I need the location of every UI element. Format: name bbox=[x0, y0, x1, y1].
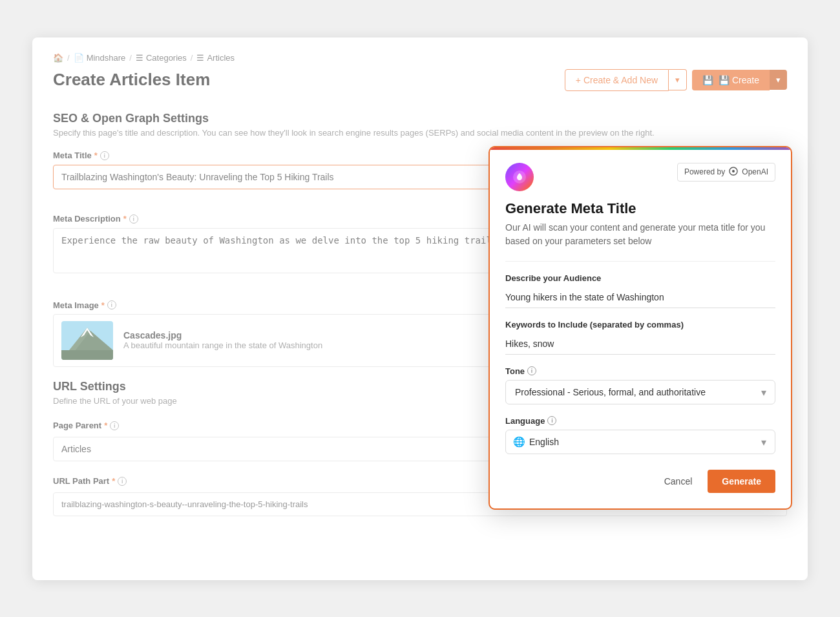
language-label: Language i bbox=[505, 416, 775, 426]
ai-modal-body: Powered by OpenAI Generate Meta Title Ou… bbox=[490, 150, 791, 508]
tone-info-icon: i bbox=[527, 366, 536, 375]
openai-logo-icon bbox=[728, 166, 739, 178]
tone-label: Tone i bbox=[505, 366, 775, 376]
generate-button[interactable]: Generate bbox=[708, 470, 775, 493]
keywords-input[interactable] bbox=[505, 333, 775, 355]
language-select-wrapper: 🌐 English Spanish French German ▾ bbox=[505, 430, 775, 454]
keywords-label: Keywords to Include (separated by commas… bbox=[505, 320, 775, 329]
openai-badge: Powered by OpenAI bbox=[677, 163, 775, 182]
language-select[interactable]: English Spanish French German bbox=[505, 430, 775, 454]
cancel-button[interactable]: Cancel bbox=[656, 471, 700, 492]
ai-modal-divider bbox=[505, 261, 775, 262]
tone-select-wrapper: Professional - Serious, formal, and auth… bbox=[505, 380, 775, 404]
ai-modal: Powered by OpenAI Generate Meta Title Ou… bbox=[488, 146, 792, 510]
tone-select[interactable]: Professional - Serious, formal, and auth… bbox=[505, 380, 775, 404]
audience-input[interactable] bbox=[505, 287, 775, 308]
ai-modal-header: Powered by OpenAI bbox=[505, 163, 775, 191]
main-container: 🏠 / 📄 Mindshare / ☰ Categories / ☰ Artic… bbox=[32, 37, 808, 580]
ai-logo-circle bbox=[505, 163, 534, 191]
ai-modal-title: Generate Meta Title bbox=[505, 200, 775, 217]
ai-modal-subtitle: Our AI will scan your content and genera… bbox=[505, 221, 775, 248]
audience-label: Describe your Audience bbox=[505, 273, 775, 283]
svg-point-6 bbox=[732, 170, 735, 173]
ai-modal-footer: Cancel Generate bbox=[505, 470, 775, 493]
language-info-icon: i bbox=[547, 416, 556, 425]
